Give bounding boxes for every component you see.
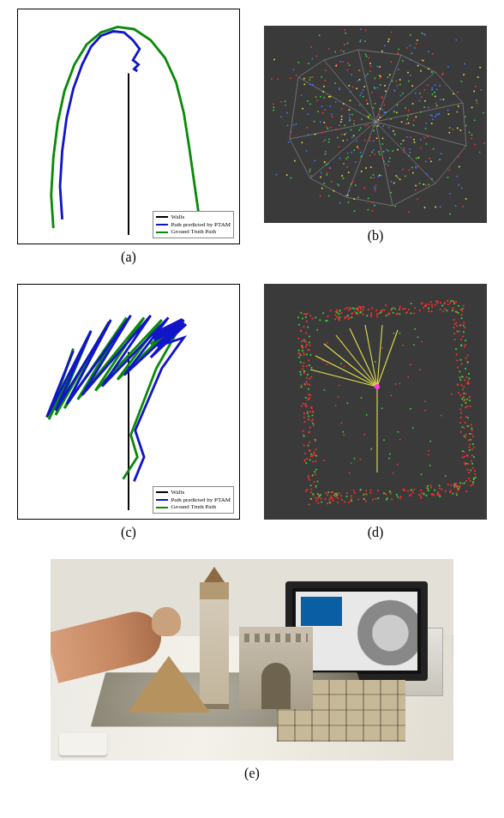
- svg-line-10: [310, 122, 375, 178]
- svg-rect-918: [412, 491, 414, 493]
- svg-rect-238: [430, 161, 432, 163]
- svg-rect-204: [460, 129, 462, 131]
- svg-line-1131: [377, 330, 398, 387]
- svg-rect-97: [429, 158, 431, 159]
- svg-rect-243: [474, 144, 476, 146]
- svg-rect-200: [286, 174, 288, 176]
- svg-rect-293: [422, 33, 423, 34]
- svg-rect-288: [458, 156, 459, 158]
- svg-rect-83: [321, 132, 323, 134]
- svg-rect-26: [404, 147, 405, 149]
- svg-rect-1088: [327, 342, 328, 344]
- svg-rect-700: [465, 393, 467, 394]
- svg-rect-564: [357, 310, 359, 311]
- svg-rect-349: [339, 124, 340, 126]
- svg-rect-1033: [303, 403, 304, 405]
- svg-rect-982: [308, 445, 309, 447]
- svg-rect-716: [475, 477, 477, 478]
- svg-rect-43: [323, 141, 325, 142]
- svg-rect-971: [309, 397, 310, 399]
- svg-rect-992: [303, 436, 305, 437]
- svg-rect-154: [328, 48, 330, 50]
- svg-rect-63: [409, 170, 411, 171]
- svg-rect-540: [325, 320, 327, 322]
- svg-rect-546: [425, 305, 427, 307]
- svg-rect-581: [320, 319, 321, 321]
- svg-rect-480: [387, 76, 389, 78]
- svg-rect-114: [408, 212, 410, 214]
- svg-rect-372: [399, 84, 401, 86]
- svg-rect-464: [365, 75, 367, 77]
- svg-rect-811: [353, 490, 355, 491]
- svg-rect-809: [351, 498, 352, 500]
- svg-rect-215: [294, 160, 296, 162]
- svg-rect-481: [326, 164, 327, 165]
- svg-line-11: [290, 122, 375, 139]
- svg-rect-96: [316, 56, 318, 57]
- svg-rect-695: [460, 409, 462, 411]
- svg-rect-416: [291, 177, 292, 179]
- svg-rect-582: [334, 318, 336, 320]
- svg-rect-468: [357, 197, 359, 199]
- svg-rect-692: [463, 393, 465, 394]
- svg-rect-680: [462, 426, 464, 428]
- svg-rect-28: [432, 93, 434, 95]
- svg-rect-806: [421, 492, 423, 494]
- panel-e: [51, 559, 453, 761]
- svg-rect-641: [394, 308, 396, 310]
- svg-rect-603: [350, 307, 351, 309]
- svg-rect-151: [408, 155, 410, 157]
- svg-rect-208: [356, 88, 357, 90]
- svg-rect-459: [273, 106, 275, 108]
- svg-rect-290: [477, 76, 479, 78]
- svg-rect-800: [321, 502, 322, 503]
- svg-rect-185: [393, 183, 395, 184]
- svg-rect-322: [440, 99, 441, 100]
- svg-rect-246: [388, 39, 390, 40]
- svg-rect-272: [414, 141, 416, 143]
- svg-rect-507: [375, 310, 377, 311]
- svg-rect-395: [320, 195, 321, 197]
- svg-rect-961: [310, 484, 312, 486]
- svg-rect-741: [468, 478, 470, 479]
- svg-rect-276: [286, 112, 288, 114]
- svg-rect-751: [463, 325, 465, 327]
- svg-rect-1107: [335, 405, 337, 406]
- svg-rect-233: [377, 125, 379, 127]
- svg-rect-148: [435, 96, 436, 98]
- svg-rect-972: [309, 378, 311, 380]
- svg-rect-21: [388, 127, 390, 129]
- svg-line-0: [298, 77, 375, 122]
- svg-rect-1078: [399, 383, 401, 385]
- svg-rect-127: [411, 53, 413, 55]
- svg-rect-367: [384, 85, 386, 87]
- svg-rect-183: [271, 78, 273, 80]
- svg-rect-493: [328, 139, 330, 141]
- svg-rect-617: [360, 311, 362, 313]
- svg-rect-1063: [298, 357, 300, 358]
- svg-rect-120: [431, 89, 433, 91]
- svg-rect-860: [427, 485, 429, 487]
- svg-rect-308: [409, 148, 411, 150]
- svg-rect-976: [309, 384, 311, 386]
- svg-rect-467: [309, 77, 311, 79]
- svg-rect-673: [453, 333, 455, 334]
- svg-rect-1066: [343, 434, 345, 436]
- svg-rect-407: [323, 97, 325, 99]
- panel-c-caption: (c): [121, 525, 136, 540]
- svg-rect-710: [472, 481, 474, 483]
- svg-rect-98: [372, 210, 374, 212]
- svg-rect-732: [460, 345, 462, 346]
- legend-label: Path predicted by PTAM: [171, 221, 231, 229]
- svg-rect-489: [345, 195, 347, 196]
- svg-rect-734: [463, 305, 465, 307]
- svg-rect-227: [407, 118, 409, 120]
- svg-rect-22: [320, 122, 321, 123]
- svg-rect-491: [373, 177, 375, 179]
- svg-rect-445: [332, 117, 333, 118]
- svg-rect-696: [469, 396, 471, 398]
- svg-rect-382: [273, 59, 275, 61]
- svg-rect-1058: [308, 360, 309, 362]
- svg-rect-119: [343, 140, 345, 141]
- svg-rect-420: [273, 110, 274, 111]
